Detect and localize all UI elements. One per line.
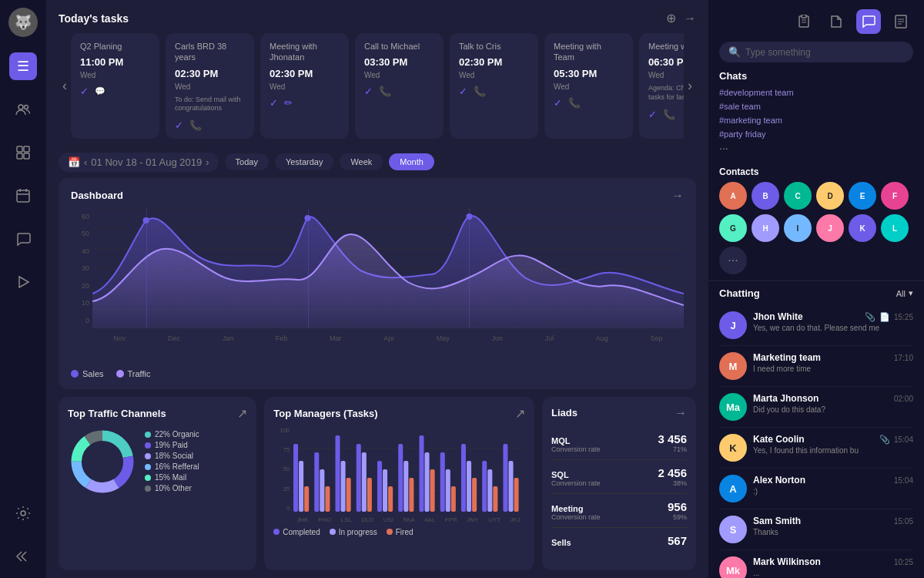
top-traffic-title: Top Traffic Channels [68,408,166,419]
channels-more[interactable]: ··· [719,142,913,154]
rp-clipboard-icon[interactable] [792,9,816,34]
top-managers-expand[interactable]: ↗ [515,406,525,421]
svg-rect-43 [357,444,361,512]
svg-rect-41 [341,461,346,512]
svg-rect-48 [388,486,393,512]
contact-avatar[interactable]: K [849,214,876,242]
svg-rect-68 [802,15,806,18]
search-bar[interactable]: 🔍 [719,42,913,62]
rp-page-icon[interactable] [889,9,913,34]
task-card[interactable]: Meeting with Jhon 06:30 PM Wed Agenda: C… [639,33,684,139]
liads-sells-row: Sells 567 [551,528,687,553]
nav-settings[interactable] [9,499,37,527]
chat-message[interactable]: K Kate Coolin 📎 15:04 Yes, I found this … [719,428,913,469]
channel-dev[interactable]: #development team [719,86,913,99]
phone-icon: 📞 [474,86,486,97]
svg-point-0 [18,105,23,109]
nav-play[interactable] [9,268,37,296]
calendar-small-icon: 📅 [68,156,80,168]
add-task-icon[interactable]: ⊕ [666,11,676,25]
chatting-title: Chatting [719,287,760,299]
nav-grid[interactable] [9,139,37,166]
channel-sale[interactable]: #sale team [719,100,913,113]
contact-avatar[interactable]: F [881,182,909,210]
dashboard-chart: 6050403020100 [71,209,684,363]
tasks-prev[interactable]: ‹ [59,33,71,139]
prev-date-icon[interactable]: ‹ [84,156,87,168]
filter-today[interactable]: Today [225,153,269,170]
chat-message[interactable]: S Sam Smith 15:05 Thanks [719,509,913,550]
nav-collapse[interactable] [9,543,37,570]
chevron-down-icon: ▾ [909,288,913,298]
task-card[interactable]: Call to Michael 03:30 PM Wed ✓ 📞 [355,33,444,139]
svg-rect-50 [404,461,409,512]
chat-message[interactable]: M Marketing team 17:10 I need more time [719,346,913,387]
svg-point-11 [21,511,25,516]
rp-doc-icon[interactable] [824,9,849,34]
contact-avatar[interactable]: C [784,182,812,210]
contact-avatar[interactable]: A [719,182,747,210]
nav-calendar[interactable] [9,182,37,210]
svg-rect-66 [514,478,519,512]
nav-menu[interactable]: ☰ [9,52,37,80]
phone-icon: 📞 [663,109,675,120]
search-input[interactable] [745,47,904,58]
contact-avatar[interactable]: H [752,214,779,242]
legend-sales-label: Sales [82,369,104,378]
filter-yesterday[interactable]: Yestarday [275,153,334,170]
task-card[interactable]: Talk to Cris 02:30 PM Wed ✓ 📞 [450,33,538,139]
dashboard-expand-icon[interactable]: → [671,189,684,203]
svg-rect-56 [446,469,450,512]
svg-rect-35 [299,461,303,512]
filter-week[interactable]: Week [340,153,383,170]
top-traffic-expand[interactable]: ↗ [237,406,247,421]
contact-avatar[interactable]: G [719,214,747,242]
expand-icon[interactable]: → [684,12,696,25]
pen-icon: ✏ [284,97,293,109]
channel-marketing[interactable]: #marketing team [719,114,913,126]
svg-rect-61 [483,461,487,512]
filter-month[interactable]: Month [389,153,434,170]
channel-party[interactable]: #party friday [719,128,913,140]
task-card[interactable]: Q2 Planing 11:00 PM Wed ✓ 💬 [71,33,159,139]
chat-message[interactable]: J Jhon White 📎 📄 15:25 Yes, we can do th… [719,305,913,346]
contacts-more[interactable]: ··· [719,247,747,274]
nav-chat[interactable] [9,225,37,253]
chat-messages: J Jhon White 📎 📄 15:25 Yes, we can do th… [708,305,924,578]
user-avatar[interactable]: 🐺 [8,8,38,37]
tasks-next[interactable]: › [684,33,696,139]
msg-avatar: M [719,352,747,380]
svg-rect-38 [320,469,325,512]
svg-rect-64 [504,444,508,512]
contact-avatar[interactable]: E [849,182,876,210]
svg-rect-57 [451,486,456,512]
contact-avatar[interactable]: L [881,214,909,242]
contact-avatar[interactable]: I [784,214,812,242]
main-content: Today's tasks ⊕ → ‹ Q2 Planing 11:00 PM … [46,0,708,578]
msg-icon: 💬 [95,86,105,96]
contact-avatar[interactable]: J [816,214,844,242]
svg-rect-52 [420,435,424,512]
task-card[interactable]: Carls BRD 38 years 02:30 PM Wed To do: S… [166,33,254,139]
bottom-row: Top Traffic Channels ↗ [59,397,696,570]
next-date-icon[interactable]: › [206,156,209,168]
svg-marker-10 [19,277,28,287]
rp-chat-icon[interactable] [856,9,881,34]
liads-expand[interactable]: → [675,406,687,420]
chatting-filter[interactable]: All ▾ [896,288,913,298]
contact-avatar[interactable]: D [816,182,844,210]
doc-icon: 📄 [879,312,890,322]
nav-people[interactable] [9,96,37,123]
chat-message[interactable]: Ma Marta Jhonson 02:00 Did you do this d… [719,387,913,428]
contacts-grid: A B C D E F G H I J K L ··· [719,182,913,274]
task-card[interactable]: Meeting with Team 05:30 PM Wed ✓ 📞 [544,33,633,139]
date-range-button[interactable]: 📅 ‹ 01 Nov 18 - 01 Aug 2019 › [59,153,219,172]
chatting-section: Chatting All ▾ J Jhon White 📎 📄 15:25 [708,281,924,578]
msg-avatar: Mk [719,556,747,578]
chat-message[interactable]: A Alex Norton 15:04 :) [719,469,913,509]
contact-avatar[interactable]: B [752,182,779,210]
chat-message[interactable]: Mk Mark Wilkinson 10:25 ... [719,550,913,578]
task-card[interactable]: Meeting with Jhonatan 02:30 PM Wed ✓ ✏ [260,33,349,139]
contacts-section: Contacts A B C D E F G H I J K L ··· [708,160,924,281]
check-icon: ✓ [364,86,373,97]
